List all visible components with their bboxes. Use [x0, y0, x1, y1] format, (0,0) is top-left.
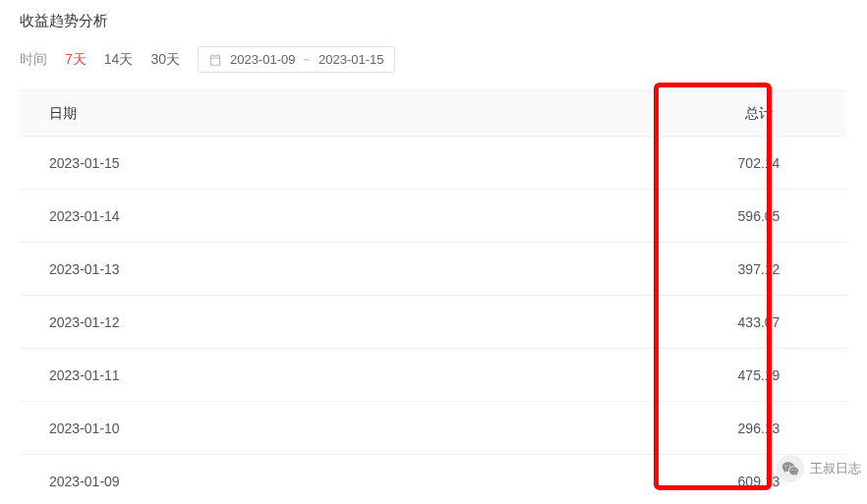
- filter-row: 时间 7天 14天 30天 2023-01-09 ~ 2023-01-15: [20, 46, 847, 73]
- column-header-total: 总计: [700, 105, 818, 123]
- watermark-text: 王叔日志: [810, 460, 861, 477]
- cell-date: 2023-01-11: [49, 367, 700, 383]
- table-row: 2023-01-13397.12: [20, 243, 847, 296]
- tab-7-days[interactable]: 7天: [65, 51, 87, 69]
- date-range-picker[interactable]: 2023-01-09 ~ 2023-01-15: [198, 46, 395, 73]
- date-start: 2023-01-09: [230, 52, 296, 67]
- cell-total: 397.12: [700, 261, 818, 277]
- table-row: 2023-01-15702.14: [20, 137, 847, 190]
- date-end: 2023-01-15: [318, 52, 384, 67]
- table-row: 2023-01-09609.13: [20, 455, 847, 504]
- date-separator: ~: [303, 52, 311, 67]
- table-row: 2023-01-12433.07: [20, 296, 847, 349]
- cell-total: 475.19: [700, 367, 818, 383]
- table-row: 2023-01-10296.13: [20, 402, 847, 455]
- tab-14-days[interactable]: 14天: [104, 51, 134, 69]
- cell-date: 2023-01-13: [49, 261, 700, 277]
- page-title: 收益趋势分析: [20, 12, 847, 30]
- cell-date: 2023-01-10: [49, 420, 700, 436]
- watermark: 王叔日志: [777, 455, 861, 482]
- table-row: 2023-01-14596.05: [20, 190, 847, 243]
- revenue-table: 日期 总计 2023-01-15702.142023-01-14596.0520…: [20, 90, 847, 504]
- table-row: 2023-01-11475.19: [20, 349, 847, 402]
- cell-total: 596.05: [700, 208, 818, 224]
- cell-date: 2023-01-15: [49, 155, 700, 171]
- cell-date: 2023-01-09: [49, 474, 700, 489]
- cell-total: 296.13: [700, 420, 818, 436]
- calendar-icon: [208, 53, 222, 67]
- tab-30-days[interactable]: 30天: [150, 51, 180, 69]
- cell-date: 2023-01-14: [49, 208, 700, 224]
- cell-total: 702.14: [700, 155, 818, 171]
- cell-total: 433.07: [700, 314, 818, 330]
- filter-label-time: 时间: [20, 51, 47, 69]
- cell-date: 2023-01-12: [49, 314, 700, 330]
- table-header: 日期 总计: [20, 91, 847, 137]
- wechat-icon: [777, 455, 804, 482]
- column-header-date: 日期: [49, 105, 700, 123]
